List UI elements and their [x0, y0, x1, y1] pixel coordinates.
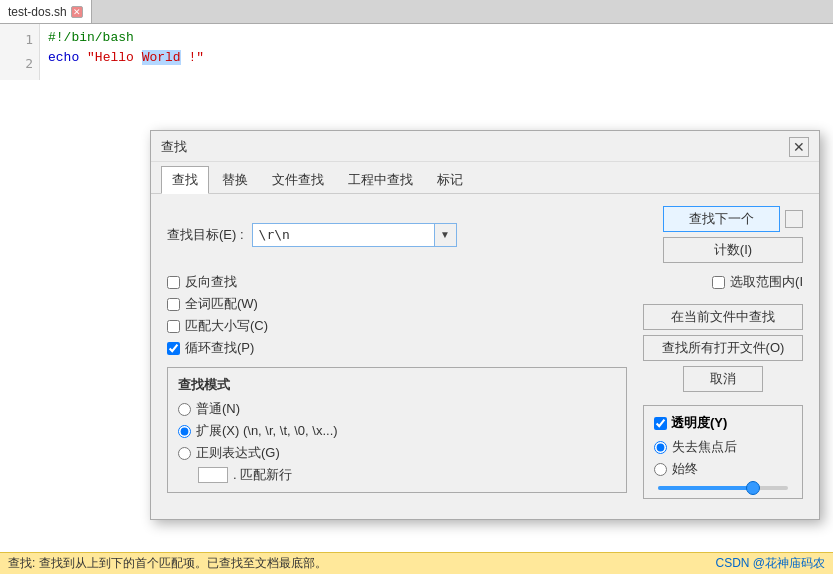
always-label: 始终	[672, 460, 698, 478]
match-newline-row: . 匹配新行	[178, 466, 616, 484]
regex-label: 正则表达式(G)	[196, 444, 280, 462]
always-radio[interactable]	[654, 463, 667, 476]
dialog-title: 查找	[161, 138, 187, 156]
dialog-body: 查找目标(E) : ▼ 查找下一个 计数(I)	[151, 194, 819, 519]
radio-extended: 扩展(X) (\n, \r, \t, \0, \x...)	[178, 422, 616, 440]
normal-label: 普通(N)	[196, 400, 240, 418]
radio-group: 普通(N) 扩展(X) (\n, \r, \t, \0, \x...) 正则表达…	[178, 400, 616, 462]
radio-always: 始终	[654, 460, 792, 478]
loop-label: 循环查找(P)	[185, 339, 254, 357]
match-case-label: 匹配大小写(C)	[185, 317, 268, 335]
find-in-current-button[interactable]: 在当前文件中查找	[643, 304, 803, 330]
dialog-title-bar: 查找 ✕	[151, 131, 819, 162]
status-right: CSDN @花神庙码农	[715, 555, 825, 572]
status-text: 查找: 查找到从上到下的首个匹配项。已查找至文档最底部。	[8, 555, 327, 572]
dialog-tabs: 查找 替换 文件查找 工程中查找 标记	[151, 162, 819, 194]
tab-file-find[interactable]: 文件查找	[261, 166, 335, 193]
reverse-checkbox[interactable]	[167, 276, 180, 289]
right-column: 选取范围内(I 在当前文件中查找 查找所有打开文件(O) 取消 透明度(Y)	[643, 273, 803, 507]
find-next-button[interactable]: 查找下一个	[663, 206, 780, 232]
select-range-row: 选取范围内(I	[712, 273, 803, 291]
match-case-checkbox[interactable]	[167, 320, 180, 333]
transparency-radio-group: 失去焦点后 始终	[654, 438, 792, 478]
tab-find[interactable]: 查找	[161, 166, 209, 194]
search-input[interactable]	[252, 223, 435, 247]
radio-on-lose-focus: 失去焦点后	[654, 438, 792, 456]
dialog-close-button[interactable]: ✕	[789, 137, 809, 157]
left-column: 反向查找 全词匹配(W) 匹配大小写(C) 循环查找(P)	[167, 273, 627, 507]
slider-container	[654, 486, 792, 490]
status-bar: 查找: 查找到从上到下的首个匹配项。已查找至文档最底部。 CSDN @花神庙码农	[0, 552, 833, 574]
regex-radio[interactable]	[178, 447, 191, 460]
transparency-checkbox[interactable]	[654, 417, 667, 430]
transparency-section: 透明度(Y) 失去焦点后 始终	[643, 405, 803, 499]
slider-track	[658, 486, 788, 490]
checkbox-whole-word: 全词匹配(W)	[167, 295, 627, 313]
count-button[interactable]: 计数(I)	[663, 237, 803, 263]
extended-label: 扩展(X) (\n, \r, \t, \0, \x...)	[196, 422, 338, 440]
select-range-label: 选取范围内(I	[730, 273, 803, 291]
normal-radio[interactable]	[178, 403, 191, 416]
tab-replace[interactable]: 替换	[211, 166, 259, 193]
checkbox-reverse: 反向查找	[167, 273, 627, 291]
loop-checkbox[interactable]	[167, 342, 180, 355]
tab-bookmark[interactable]: 标记	[426, 166, 474, 193]
find-dialog: 查找 ✕ 查找 替换 文件查找 工程中查找 标记 查找目标(	[150, 130, 820, 520]
transparency-title: 透明度(Y)	[654, 414, 792, 432]
radio-regex: 正则表达式(G)	[178, 444, 616, 462]
find-in-all-button[interactable]: 查找所有打开文件(O)	[643, 335, 803, 361]
checkbox-match-case: 匹配大小写(C)	[167, 317, 627, 335]
tab-project-find[interactable]: 工程中查找	[337, 166, 424, 193]
dropdown-button[interactable]: ▼	[435, 223, 457, 247]
slider-thumb[interactable]	[746, 481, 760, 495]
whole-word-checkbox[interactable]	[167, 298, 180, 311]
match-newline-checkbox[interactable]	[198, 467, 228, 483]
cancel-button[interactable]: 取消	[683, 366, 763, 392]
search-mode-title: 查找模式	[178, 376, 616, 394]
dialog-overlay: 查找 ✕ 查找 替换 文件查找 工程中查找 标记 查找目标(	[0, 0, 833, 574]
on-lose-focus-label: 失去焦点后	[672, 438, 737, 456]
radio-normal: 普通(N)	[178, 400, 616, 418]
reverse-label: 反向查找	[185, 273, 237, 291]
on-lose-focus-radio[interactable]	[654, 441, 667, 454]
whole-word-label: 全词匹配(W)	[185, 295, 258, 313]
search-input-wrap: ▼	[252, 223, 457, 247]
right-buttons-top: 查找下一个 计数(I)	[663, 206, 803, 263]
dialog-columns: 反向查找 全词匹配(W) 匹配大小写(C) 循环查找(P)	[167, 273, 803, 507]
checkbox-loop: 循环查找(P)	[167, 339, 627, 357]
search-label: 查找目标(E) :	[167, 226, 244, 244]
checkbox-group: 反向查找 全词匹配(W) 匹配大小写(C) 循环查找(P)	[167, 273, 627, 357]
search-mode-section: 查找模式 普通(N) 扩展(X) (\n, \r, \t, \0, \x...)	[167, 367, 627, 493]
slider-fill	[658, 486, 749, 490]
find-next-extra[interactable]	[785, 210, 803, 228]
search-row: 查找目标(E) : ▼ 查找下一个 计数(I)	[167, 206, 803, 263]
match-newline-label: . 匹配新行	[233, 466, 292, 484]
select-range-checkbox[interactable]	[712, 276, 725, 289]
extended-radio[interactable]	[178, 425, 191, 438]
